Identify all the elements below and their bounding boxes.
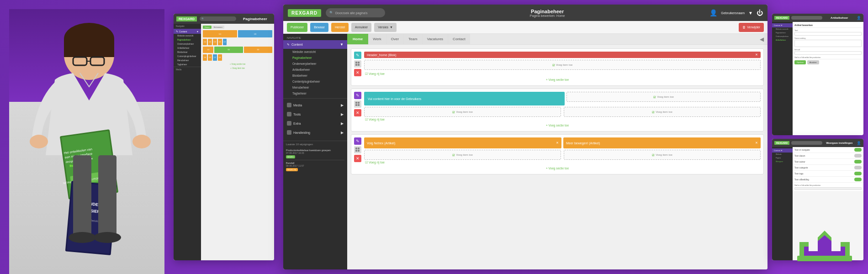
block-2-cell-2[interactable]: ☑ Voeg item toe bbox=[566, 92, 761, 102]
block-2-grid[interactable] bbox=[354, 100, 361, 108]
extra-chevron: ▶ bbox=[341, 121, 344, 126]
right-bottom-user[interactable]: 👤 bbox=[857, 141, 861, 145]
collapse-btn[interactable]: ◀ bbox=[756, 34, 767, 44]
block-1-edit[interactable]: ✎ bbox=[354, 52, 361, 59]
small-add-section[interactable]: + Voeg sectie toe bbox=[203, 62, 272, 66]
rt-save-btn[interactable]: Opslaan bbox=[794, 60, 806, 64]
block-2-add-row[interactable]: ☑ Voeg rij toe bbox=[364, 117, 761, 122]
toggle-navigatie-switch[interactable] bbox=[854, 148, 862, 152]
rt-sidebar-artikel[interactable]: Artikelbeheer bbox=[772, 38, 793, 42]
sidebar-artikel[interactable]: Artikelbeheer bbox=[283, 67, 347, 73]
recent-item-1[interactable]: Productontwikkelaar kwetsbare groepen 07… bbox=[286, 148, 344, 160]
small-nav-content[interactable]: Contentpluginbeheer bbox=[174, 54, 201, 58]
sidebar-tools[interactable]: Tools ▶ bbox=[283, 110, 347, 119]
rb-sidebar-content[interactable]: Content ▼ bbox=[772, 148, 793, 153]
save-button[interactable]: Bewaar bbox=[310, 23, 328, 32]
tab-team[interactable]: Team bbox=[404, 34, 423, 44]
sidebar-extra[interactable]: Extra ▶ bbox=[283, 119, 347, 128]
tab-werk[interactable]: Werk bbox=[368, 34, 386, 44]
block-2-edit[interactable]: ✎ bbox=[354, 92, 361, 99]
block-3-grid[interactable] bbox=[354, 146, 361, 153]
sidebar-contentplugin[interactable]: Contentpluginbeheer bbox=[283, 79, 347, 84]
products-input[interactable] bbox=[794, 187, 862, 190]
sidebar-onderwerp[interactable]: Onderwerpbeheer bbox=[283, 61, 347, 67]
small-tab-home[interactable]: Home bbox=[203, 26, 212, 29]
search-icon: 🔍 bbox=[329, 11, 333, 15]
power-icon[interactable]: ⏻ bbox=[757, 9, 763, 16]
block-1-add-row[interactable]: ☑ Voeg rij toe bbox=[364, 71, 761, 77]
tab-contact[interactable]: Contact bbox=[448, 34, 470, 44]
article-2-close[interactable]: ✕ bbox=[755, 141, 758, 145]
restore-button[interactable]: Herstel bbox=[331, 23, 349, 32]
right-top-user[interactable]: 👤 bbox=[857, 16, 861, 20]
block-1-cell-1[interactable]: ☑ Voeg item toe bbox=[364, 60, 761, 70]
recent-item-2[interactable]: Bandall 09-06-2017 11:57 WIJZIG NL bbox=[286, 160, 344, 173]
block-2-delete[interactable]: ✕ bbox=[354, 109, 361, 116]
small-content-item[interactable]: ✎ Content ▼ bbox=[174, 29, 201, 34]
publish-button[interactable]: Publiceer bbox=[287, 23, 307, 32]
sidebar-website[interactable]: Website overzicht bbox=[283, 49, 347, 55]
add-section-3[interactable]: + Voeg sectie toe bbox=[354, 165, 761, 171]
small-nav-website[interactable]: Website overzicht bbox=[174, 34, 201, 38]
right-top-logo: REXGARD bbox=[774, 16, 789, 20]
toggle-afbeelding-switch[interactable] bbox=[854, 178, 862, 181]
block-3-add-row[interactable]: ☑ Voeg rij toe bbox=[364, 160, 761, 165]
main-screenshot: REXGARD 🔍 Doorzoek alle pagina's Paginab… bbox=[283, 5, 767, 269]
small-tab-extra[interactable]: Kolommen bbox=[212, 26, 224, 29]
toggle-categorie-switch[interactable] bbox=[854, 166, 862, 169]
add-section-2[interactable]: + Voeg sectie toe bbox=[354, 122, 761, 128]
small-nav-pagina[interactable]: Paginabeheer bbox=[174, 38, 201, 42]
small-nav-artikel[interactable]: Artikelbeheer bbox=[174, 46, 201, 50]
rt-sidebar-content[interactable]: Content ▼ bbox=[772, 23, 793, 27]
username[interactable]: Gebruikersnaam bbox=[721, 11, 745, 15]
small-nav-tag[interactable]: Tagbeheer bbox=[174, 63, 201, 67]
rt-textarea-summary[interactable] bbox=[794, 40, 862, 47]
versions-button[interactable]: Versies ▼ bbox=[374, 23, 397, 32]
toggle-auteur-switch[interactable] bbox=[854, 160, 862, 163]
main-sidebar: Navigatie ✎ Content ▼ Website overzicht … bbox=[283, 34, 347, 269]
block-1-grid[interactable] bbox=[354, 60, 361, 68]
sidebar-pagina[interactable]: Paginabeheer bbox=[283, 55, 347, 61]
rb-sidebar-pagina[interactable]: Pagina bbox=[772, 156, 793, 160]
sidebar-help[interactable]: Handleiding ▶ bbox=[283, 128, 347, 137]
block-3-edit[interactable]: ✎ bbox=[354, 137, 361, 145]
small-left-search[interactable]: 🔍 bbox=[201, 17, 204, 20]
small-add-item[interactable]: + Voeg item toe bbox=[203, 66, 272, 70]
trash-icon: 🗑 bbox=[742, 26, 746, 29]
small-nav-onderwerp[interactable]: Onderwerpbeheer bbox=[174, 42, 201, 46]
toggle-datum-switch[interactable] bbox=[854, 154, 862, 158]
add-section-1[interactable]: + Voeg sectie toe bbox=[354, 77, 761, 83]
rb-sidebar-weergave[interactable]: Weergave bbox=[772, 160, 793, 163]
rt-sidebar-website[interactable]: Website overzicht bbox=[772, 27, 793, 31]
tab-over[interactable]: Over bbox=[386, 34, 404, 44]
rt-sidebar-pagina[interactable]: Paginabeheer bbox=[772, 31, 793, 35]
block-3-cell-2[interactable]: ☑ Voeg item toe bbox=[564, 150, 761, 160]
rt-input-title[interactable] bbox=[794, 32, 862, 36]
small-nav-menu[interactable]: Menubeheer bbox=[174, 58, 201, 63]
block-1-delete[interactable]: ✕ bbox=[354, 69, 361, 76]
sidebar-tag[interactable]: Tagbeheer bbox=[283, 90, 347, 96]
small-nav-blok[interactable]: Blokbeheer bbox=[174, 50, 201, 54]
article-1-close[interactable]: ✕ bbox=[556, 141, 559, 145]
sidebar-media[interactable]: Media ▶ bbox=[283, 100, 347, 110]
rb-sidebar-website[interactable]: Website bbox=[772, 153, 793, 156]
block-2-cell-4[interactable]: ☑ Voeg item toe bbox=[564, 107, 761, 117]
tab-home[interactable]: Home bbox=[347, 34, 368, 44]
rt-sidebar-onderwerp[interactable]: Onderwerpbeheer bbox=[772, 35, 793, 38]
cancel-button[interactable]: Annuleer bbox=[351, 23, 371, 32]
sidebar-content-item[interactable]: ✎ Content ▼ bbox=[283, 40, 347, 49]
block-3-delete[interactable]: ✕ bbox=[354, 155, 361, 162]
block-2-cell-3[interactable]: ☑ Voeg item toe bbox=[364, 107, 561, 117]
tab-vacatures[interactable]: Vacatures bbox=[423, 34, 448, 44]
right-bottom-search[interactable] bbox=[791, 141, 822, 145]
rt-cancel-btn[interactable]: Annuleer bbox=[807, 60, 819, 64]
main-search[interactable]: 🔍 Doorzoek alle pagina's bbox=[326, 8, 385, 17]
sidebar-menu[interactable]: Menubeheer bbox=[283, 84, 347, 90]
rt-input-inhoud[interactable] bbox=[794, 51, 862, 55]
right-top-search[interactable] bbox=[791, 16, 822, 20]
sidebar-blok[interactable]: Blokbeheer bbox=[283, 73, 347, 79]
toggle-tags-switch[interactable] bbox=[854, 172, 862, 175]
block-3-cell-1[interactable]: ☑ Voeg item toe bbox=[364, 150, 561, 160]
block-1-close[interactable]: ✕ bbox=[755, 53, 758, 57]
delete-button[interactable]: 🗑 Verwijder bbox=[739, 23, 764, 32]
